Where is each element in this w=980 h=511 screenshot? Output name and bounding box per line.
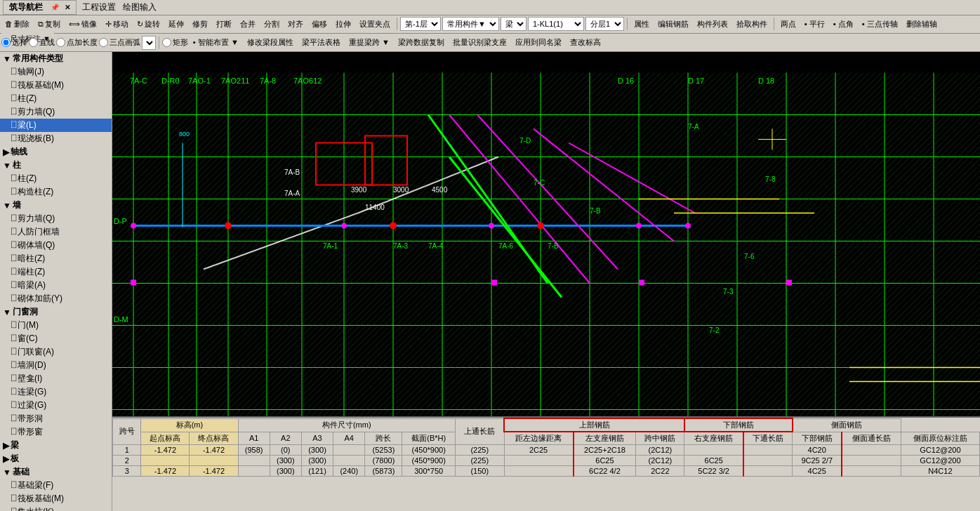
tree-item-masonry[interactable]: ⎕砌体墙(Q) <box>0 239 112 252</box>
component-type-select[interactable]: 常用构件▼ <box>442 17 499 31</box>
radio-line[interactable]: 直线 <box>29 37 55 48</box>
th-dist-left: 距左边缘距离 <box>504 432 573 445</box>
tree-item-foundation-beam[interactable]: ⎕基础梁(F) <box>0 479 112 492</box>
cad-canvas[interactable]: 7A-C D-R0 7AO-1 7AO211 7A-8 7AO612 D 16 … <box>112 52 980 416</box>
btn-check-elev[interactable]: 查改标高 <box>567 36 604 49</box>
th-left-seat: 左支座钢筋 <box>574 432 636 445</box>
btn-edit-rebar[interactable]: 编辑钢筋 <box>654 18 692 31</box>
tree-item-door-window[interactable]: ⎕门联窗(A) <box>0 345 112 359</box>
btn-copy[interactable]: ⧉ 复制 <box>34 18 64 31</box>
radio-select[interactable]: 选择 <box>1 37 27 48</box>
btn-apply-same-name[interactable]: 应用到同名梁 <box>512 36 565 49</box>
btn-smart-place[interactable]: ▪ 智能布置 ▼ <box>190 36 242 49</box>
arc-mode-select[interactable] <box>142 36 156 50</box>
tree-item-hidden-col[interactable]: ⎕暗柱(Z) <box>0 252 112 265</box>
svg-text:7A-6: 7A-6 <box>498 242 514 250</box>
tree-item-col2[interactable]: ⎕柱(Z) <box>0 172 112 185</box>
tree-group-foundation[interactable]: ▼基础 <box>0 465 112 479</box>
btn-copy-beam-data[interactable]: 梁跨数据复制 <box>395 36 448 49</box>
btn-split[interactable]: 分割 <box>260 18 283 31</box>
tree-group-door-window[interactable]: ▼门窗洞 <box>0 305 112 319</box>
tree-item-raft2[interactable]: ⎕筏板基础(M) <box>0 492 112 505</box>
btn-align[interactable]: 对齐 <box>284 18 307 31</box>
tree-item-sump[interactable]: ⎕集水坑(K) <box>0 505 112 511</box>
tree-item-shear-wall[interactable]: ⎕剪力墙(Q) <box>0 105 112 119</box>
btn-delete-aux[interactable]: 删除辅轴 <box>903 18 941 31</box>
td-start-elev: -1.472 <box>141 445 190 456</box>
btn-stretch[interactable]: 拉伸 <box>332 18 355 31</box>
tree-item-hidden-beam[interactable]: ⎕暗梁(A) <box>0 279 112 292</box>
menu-project-settings[interactable]: 工程设置 <box>79 1 119 14</box>
tree-group-slab-main[interactable]: ▶板 <box>0 452 112 465</box>
radio-arc[interactable]: 三点画弧 <box>99 37 140 48</box>
tree-group-common[interactable]: ▼常用构件类型 <box>0 52 112 65</box>
svg-text:7-A: 7-A <box>688 123 699 131</box>
btn-offset[interactable]: 偏移 <box>308 18 331 31</box>
radio-rect[interactable]: 矩形 <box>162 37 188 48</box>
btn-property[interactable]: 属性 <box>630 18 653 31</box>
tree-item-end-col[interactable]: ⎕端柱(Z) <box>0 265 112 279</box>
tree-item-door[interactable]: ⎕门(M) <box>0 319 112 332</box>
tree-item-col[interactable]: ⎕柱(Z) <box>0 92 112 105</box>
btn-extend[interactable]: 延伸 <box>165 18 187 31</box>
btn-parallel[interactable]: ▪ 平行 <box>801 18 828 31</box>
beam-select[interactable]: 梁 <box>501 17 527 31</box>
btn-break[interactable]: 打断 <box>213 18 235 31</box>
th-start-elev: 起点标高 <box>141 432 190 445</box>
btn-two-point[interactable]: 两点 <box>777 18 800 31</box>
td-side-continuous <box>842 456 901 466</box>
floor-select[interactable]: 分层1 <box>585 17 624 31</box>
td-right-seat <box>684 445 743 456</box>
tree-item-civil-defense[interactable]: ⎕人防门框墙 <box>0 225 112 239</box>
btn-modify-beam-seg[interactable]: 修改梁段属性 <box>244 36 297 49</box>
td-start-elev: -1.472 <box>141 466 190 477</box>
tree-group-wall[interactable]: ▼墙 <box>0 199 112 212</box>
menu-draw-input[interactable]: 绘图输入 <box>120 1 159 14</box>
tree-item-strip-window[interactable]: ⎕带形窗 <box>0 425 112 439</box>
btn-re-extract-beam[interactable]: 重提梁跨 ▼ <box>345 36 393 49</box>
btn-move[interactable]: ✛ 移动 <box>102 18 132 31</box>
tree-item-coupling-beam[interactable]: ⎕连梁(G) <box>0 385 112 399</box>
tree-item-wall-hole[interactable]: ⎕墙洞(D) <box>0 359 112 372</box>
svg-rect-53 <box>639 280 644 286</box>
beam-id-select[interactable]: 1-KL1(1) <box>528 17 584 31</box>
btn-trim[interactable]: 修剪 <box>189 18 211 31</box>
btn-component-list[interactable]: 构件列表 <box>694 18 731 31</box>
tree-item-niche[interactable]: ⎕壁龛(I) <box>0 372 112 385</box>
tree-item-slab[interactable]: ⎕现浇板(B) <box>0 132 112 145</box>
tree-group-axis-line[interactable]: ▶轴线 <box>0 145 112 159</box>
tree-item-lintel[interactable]: ⎕过梁(G) <box>0 399 112 412</box>
svg-text:7A-C: 7A-C <box>130 77 147 85</box>
btn-batch-identify-seat[interactable]: 批量识别梁支座 <box>449 36 510 49</box>
td-a2: (300) <box>270 456 301 466</box>
svg-text:7A-4: 7A-4 <box>428 242 444 250</box>
radio-point-len[interactable]: 点加长度 <box>56 37 98 48</box>
svg-text:D-P: D-P <box>114 217 127 225</box>
tree-item-struct-col[interactable]: ⎕构造柱(Z) <box>0 185 112 199</box>
btn-rotate[interactable]: ↻ 旋转 <box>133 18 164 31</box>
btn-set-grip[interactable]: 设置夹点 <box>356 18 394 31</box>
tree-item-window[interactable]: ⎕窗(C) <box>0 332 112 345</box>
svg-point-55 <box>225 223 232 230</box>
btn-pick-component[interactable]: 拾取构件 <box>733 18 771 31</box>
tree-item-axis[interactable]: ⎕轴网(J) <box>0 65 112 79</box>
td-end-elev <box>190 456 238 466</box>
th-top-continuous: 上通长筋 <box>455 418 504 445</box>
panel-pin[interactable]: 📌 <box>51 4 59 11</box>
btn-merge[interactable]: 合并 <box>237 18 259 31</box>
tree-item-raft[interactable]: ⎕筏板基础(M) <box>0 79 112 92</box>
tree-group-column[interactable]: ▼柱 <box>0 159 112 172</box>
btn-delete[interactable]: 🗑 删除 <box>1 18 33 31</box>
tree-item-sw[interactable]: ⎕剪力墙(Q) <box>0 212 112 225</box>
btn-mirror[interactable]: ⟺ 镜像 <box>65 18 100 31</box>
tree-item-beam[interactable]: ⎕梁(L) <box>0 119 112 132</box>
tree-item-strip-hole[interactable]: ⎕带形洞 <box>0 412 112 425</box>
btn-beam-table[interactable]: 梁平法表格 <box>298 36 344 49</box>
btn-three-point-axis[interactable]: ▪ 三点传轴 <box>859 18 901 31</box>
tree-group-beam-main[interactable]: ▶梁 <box>0 439 112 452</box>
btn-point-angle[interactable]: ▪ 点角 <box>830 18 857 31</box>
tree-item-masonry-rebar[interactable]: ⎕砌体加筋(Y) <box>0 292 112 305</box>
td-a4 <box>333 456 365 466</box>
panel-close[interactable]: ✕ <box>65 4 70 11</box>
layer-select[interactable]: 第-1层第1层第2层 <box>400 17 441 31</box>
